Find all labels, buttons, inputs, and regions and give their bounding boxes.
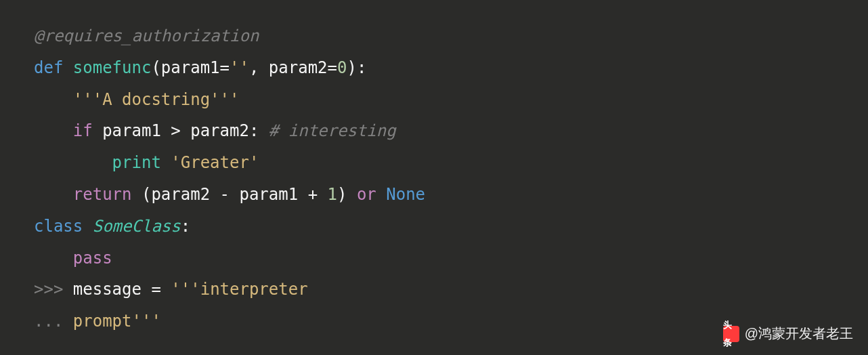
function-name: somefunc [73,58,152,77]
empty-string: '' [230,58,249,77]
repl-continuation: ... [34,312,63,331]
watermark-text: @鸿蒙开发者老王 [745,320,853,347]
rparen: ) [347,58,356,77]
equals: = [151,280,160,299]
colon: : [249,121,259,140]
class-keyword: class [34,217,83,236]
one-literal: 1 [328,185,337,204]
colon: : [181,217,190,236]
print-keyword: print [112,153,161,172]
def-keyword: def [34,58,63,77]
param1: param1 [161,58,220,77]
zero-literal: 0 [337,58,347,77]
equals: = [328,58,337,77]
docstring: '''A docstring''' [73,90,240,109]
colon: : [357,58,366,77]
greater-string: 'Greater' [171,153,259,172]
or-keyword: or [357,185,376,204]
equals: = [220,58,230,77]
param1-ref: param1 [239,185,298,204]
decorator-line: @requires_authorization [34,26,259,45]
lparen: ( [142,185,151,204]
class-name: SomeClass [93,217,181,236]
watermark-logo-icon: 头条 [723,326,739,342]
code-block: @requires_authorization def somefunc(par… [34,20,868,337]
param2-ref: param2 [190,121,249,140]
interpreter-string: '''interpreter [171,280,307,299]
plus: + [308,185,318,204]
pass-keyword: pass [73,249,112,268]
param2-ref: param2 [151,185,210,204]
prompt-string: prompt''' [73,312,161,331]
lparen: ( [151,58,160,77]
message-var: message [73,280,142,299]
none-keyword: None [386,185,425,204]
rparen: ) [337,185,347,204]
comma: , [249,58,259,77]
repl-prompt: >>> [34,280,63,299]
param2: param2 [269,58,328,77]
minus: - [220,185,230,204]
watermark: 头条 @鸿蒙开发者老王 [723,320,853,347]
return-keyword: return [73,185,132,204]
greater-than: > [171,121,180,140]
if-keyword: if [73,121,93,140]
inline-comment: # interesting [269,121,396,140]
param1-ref: param1 [102,121,161,140]
